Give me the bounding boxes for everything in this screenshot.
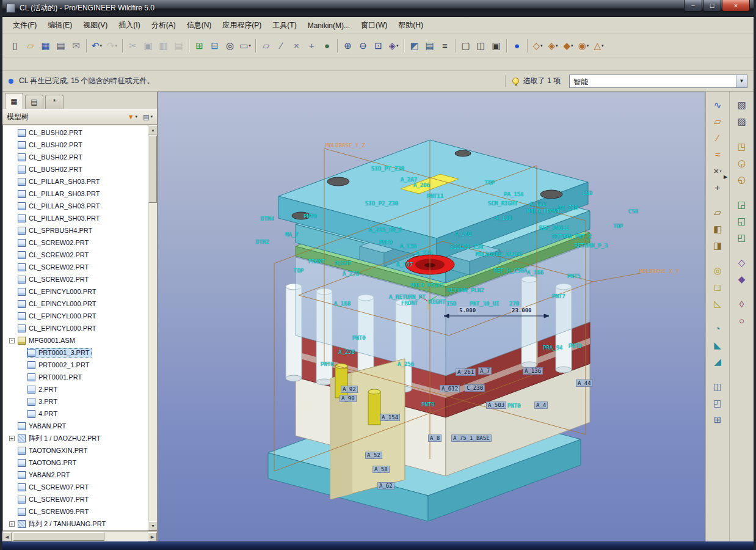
- refit-button[interactable]: ⊡: [371, 38, 386, 53]
- analysis-measure-button[interactable]: ∿: [710, 97, 725, 112]
- open-file-button[interactable]: ▱: [23, 38, 38, 53]
- tree-item-content[interactable]: CL_SCREW09.PRT: [17, 507, 91, 516]
- draft-tool-button[interactable]: ◢: [710, 354, 725, 369]
- panel-expander-button[interactable]: ▶: [722, 172, 729, 182]
- window-activate-button[interactable]: ◫: [473, 38, 489, 53]
- model-annotation[interactable]: A_278: [343, 271, 359, 277]
- tree-item-content[interactable]: CL_PILLAR_SH03.PRT: [17, 189, 103, 199]
- model-annotation[interactable]: SIO_PT_Z30: [371, 166, 404, 172]
- undo-button[interactable]: ↶▾: [89, 38, 104, 53]
- menu-item-8[interactable]: Manikin(M)...: [302, 19, 355, 32]
- datum-axis-button[interactable]: ∕: [710, 130, 725, 145]
- model-annotation[interactable]: A_155: [529, 201, 546, 207]
- tab-favorites[interactable]: *: [45, 95, 64, 109]
- regenerate-button[interactable]: ⊞: [192, 38, 207, 53]
- tree-item[interactable]: -MFG0001.ASM: [3, 334, 148, 346]
- maximize-button[interactable]: □: [703, 0, 721, 12]
- menu-item-0[interactable]: 文件(F): [7, 18, 42, 33]
- tree-expand-toggle[interactable]: +: [9, 521, 15, 527]
- copy-button[interactable]: ▣: [140, 38, 156, 53]
- model-annotation[interactable]: MOLD0002_ICSYS: [476, 251, 522, 257]
- model-annotation[interactable]: A_136: [523, 367, 543, 375]
- model-annotation[interactable]: A_44: [576, 380, 593, 387]
- model-annotation[interactable]: A_52: [365, 452, 382, 459]
- view-normal-button[interactable]: ▧: [734, 97, 750, 112]
- model-annotation[interactable]: A_92: [341, 386, 358, 393]
- model-annotation[interactable]: CSD: [583, 190, 592, 196]
- spin-center-toggle-button[interactable]: ●: [319, 38, 335, 53]
- select-rect-button[interactable]: ▭▾: [238, 38, 253, 53]
- render-mode-button[interactable]: ●: [509, 38, 525, 53]
- tree-vertical-scrollbar[interactable]: ▲ ▼: [148, 125, 157, 530]
- display-wireframe-button[interactable]: ◇▾: [530, 38, 545, 53]
- display-hidden-line-button[interactable]: ◈▾: [545, 38, 561, 53]
- csys-display-toggle-button[interactable]: +: [304, 38, 319, 53]
- tree-item[interactable]: CL_PILLAR_SH03.PRT: [3, 188, 148, 200]
- model-annotation[interactable]: PNT5: [567, 273, 581, 279]
- model-annotation[interactable]: A_90: [340, 395, 357, 402]
- display-shaded-button[interactable]: ◉▾: [576, 38, 591, 53]
- model-annotation[interactable]: PNT7: [552, 293, 565, 299]
- model-annotation[interactable]: CS0: [628, 208, 638, 215]
- hole-tool-button[interactable]: ◎: [710, 263, 725, 278]
- model-annotation[interactable]: PNT11: [427, 193, 443, 199]
- datum-curve-button[interactable]: ≈: [710, 147, 725, 162]
- view-section-button[interactable]: ▨: [734, 114, 750, 129]
- pattern-tool-button[interactable]: ⊞: [710, 412, 725, 427]
- datum-plane-offset-button[interactable]: ◧: [710, 221, 725, 237]
- tree-expand-toggle[interactable]: +: [9, 436, 15, 441]
- menu-item-5[interactable]: 信息(N): [181, 18, 217, 33]
- datum-plane-button[interactable]: ▱: [710, 114, 725, 129]
- tree-item-content[interactable]: CL_EPINCYL000.PRT: [17, 299, 98, 309]
- new-file-button[interactable]: ▯: [7, 38, 23, 53]
- style-tool-button[interactable]: ◊: [734, 296, 750, 312]
- model-annotation[interactable]: DTM2: [256, 239, 269, 245]
- tree-item[interactable]: PRT0001_3.PRT: [3, 346, 148, 359]
- tree-item[interactable]: YABAN.PRT: [3, 420, 148, 432]
- tree-item[interactable]: +阵列 1 / DAOZHU2.PRT: [3, 432, 148, 444]
- scroll-down-button[interactable]: ▼: [148, 521, 157, 530]
- model-annotation[interactable]: PNT0: [421, 402, 435, 408]
- tree-item-content[interactable]: CL_BUSH02.PRT: [17, 128, 85, 138]
- freestyle-tool-button[interactable]: ○: [734, 313, 750, 328]
- model-annotation[interactable]: PRA_94: [543, 345, 563, 351]
- model-annotation[interactable]: 23.000: [511, 307, 532, 314]
- scrollbar-thumb[interactable]: [13, 532, 104, 541]
- tree-expand-toggle[interactable]: -: [9, 338, 15, 343]
- annotation-display-button[interactable]: △▾: [591, 38, 606, 53]
- selection-filter-combobox[interactable]: 智能 ▼: [569, 75, 747, 88]
- axis-display-toggle-button[interactable]: ∕: [274, 38, 289, 53]
- tree-item[interactable]: CL_SCREW02.PRT: [3, 273, 148, 285]
- tree-item[interactable]: CL_EPINCYL000.PRT: [3, 285, 148, 298]
- window-close-button[interactable]: ▣: [489, 38, 504, 53]
- model-annotation[interactable]: PNT_10_UI: [470, 301, 500, 307]
- tree-settings-button[interactable]: ▤ ▾: [143, 113, 153, 121]
- tree-item-content[interactable]: CL_EPINCYL000.PRT: [17, 287, 98, 296]
- regenerate-manager-button[interactable]: ⊟: [207, 38, 222, 53]
- tree-item[interactable]: 4.PRT: [3, 408, 148, 420]
- menu-item-2[interactable]: 视图(V): [78, 18, 113, 33]
- tree-item-content[interactable]: CL_BUSH02.PRT: [17, 141, 85, 150]
- model-annotation[interactable]: RIGHT: [335, 260, 352, 266]
- model-annotation[interactable]: A_612: [440, 385, 460, 392]
- tree-item[interactable]: TAOTONG.PRT: [3, 457, 148, 469]
- tree-item-selected[interactable]: PRT0001_3.PRT: [27, 348, 92, 358]
- menu-item-6[interactable]: 应用程序(P): [217, 18, 267, 33]
- model-annotation[interactable]: A_503: [486, 402, 506, 409]
- tree-item[interactable]: CL_BUSH02.PRT: [3, 151, 148, 163]
- tree-item-content[interactable]: CL_SCREW02.PRT: [17, 251, 91, 260]
- tree-horizontal-scrollbar[interactable]: ◀ ▶: [2, 531, 157, 541]
- layers-button[interactable]: ≡: [437, 38, 453, 53]
- model-annotation[interactable]: A_58: [373, 466, 390, 473]
- model-annotation[interactable]: RIGHT: [429, 299, 445, 305]
- model-annotation[interactable]: A_140: [455, 231, 471, 237]
- tree-item-content[interactable]: YABAN.PRT: [17, 422, 68, 431]
- tree-item[interactable]: TAOTONGXIN.PRT: [3, 444, 148, 457]
- menu-item-10[interactable]: 帮助(H): [393, 18, 429, 33]
- tree-item-content[interactable]: 3.PRT: [27, 397, 60, 406]
- reorient-button[interactable]: ◈▾: [386, 38, 401, 53]
- model-annotation[interactable]: MOLDBASE_Y_Z: [325, 142, 365, 148]
- scrollbar-thumb[interactable]: [148, 136, 157, 203]
- model-annotation[interactable]: A_62: [377, 482, 394, 490]
- tree-item-content[interactable]: 4.PRT: [27, 409, 60, 419]
